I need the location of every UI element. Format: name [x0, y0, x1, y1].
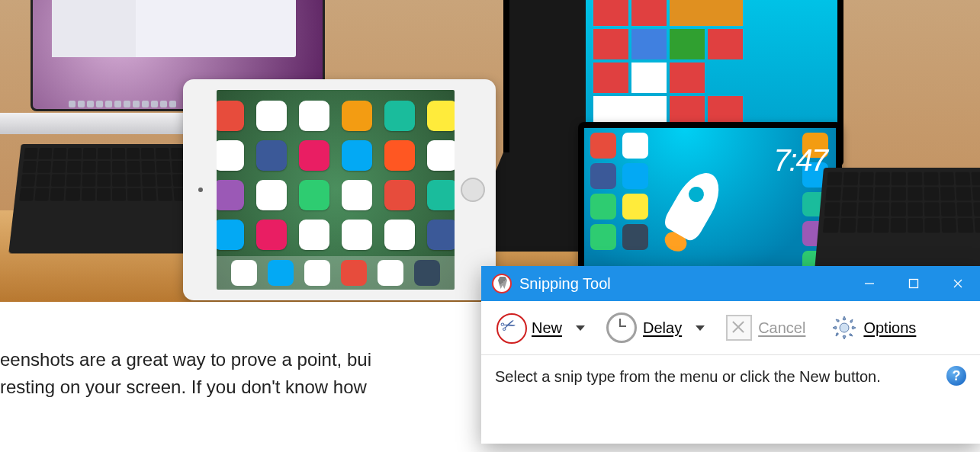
article-hero-photo: 7:47: [0, 0, 980, 302]
scissors-icon: [496, 313, 525, 342]
clock-time: 7:47: [773, 143, 827, 178]
delay-dropdown-arrow-icon[interactable]: [696, 325, 705, 331]
status-bar: Select a snip type from the menu or clic…: [481, 355, 980, 398]
window-title: Snipping Tool: [519, 275, 611, 293]
options-button[interactable]: Options: [827, 312, 921, 344]
rocket-icon: [649, 162, 741, 254]
close-button[interactable]: [936, 266, 980, 301]
article-body-text: eenshots are a great way to prove a poin…: [0, 346, 488, 401]
options-label: Options: [863, 319, 916, 337]
maximize-button[interactable]: [892, 266, 936, 301]
help-icon[interactable]: ?: [946, 366, 966, 386]
cancel-icon: [726, 315, 752, 341]
clock-icon: [606, 313, 637, 343]
snipping-tool-app-icon: [492, 274, 512, 293]
svg-rect-1: [910, 280, 918, 288]
article-line: eenshots are a great way to prove a poin…: [0, 349, 371, 370]
snipping-tool-window[interactable]: Snipping Tool New Delay Canc: [481, 266, 980, 444]
new-label: New: [532, 319, 562, 337]
article-line: resting on your screen. If you don't kno…: [0, 377, 367, 397]
cancel-label: Cancel: [758, 319, 805, 337]
window-titlebar[interactable]: Snipping Tool: [481, 266, 980, 301]
new-button[interactable]: New: [492, 310, 567, 345]
toolbar: New Delay Cancel Options: [481, 301, 980, 355]
new-dropdown-arrow-icon[interactable]: [576, 325, 585, 331]
device-ipad: [183, 79, 496, 300]
status-text: Select a snip type from the menu or clic…: [495, 366, 881, 387]
delay-label: Delay: [643, 319, 682, 337]
minimize-button[interactable]: [847, 266, 892, 301]
svg-point-4: [840, 323, 849, 332]
delay-button[interactable]: Delay: [602, 309, 686, 346]
cancel-button: Cancel: [721, 312, 810, 344]
gear-icon: [831, 315, 857, 341]
